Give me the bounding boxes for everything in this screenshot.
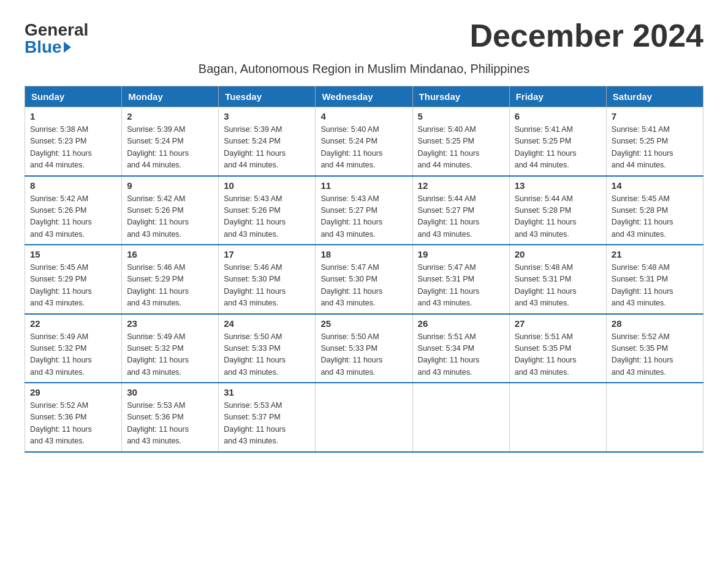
day-info: Sunrise: 5:42 AMSunset: 5:26 PMDaylight:… [127, 194, 189, 239]
calendar-header-thursday: Thursday [412, 86, 509, 107]
day-number: 25 [320, 318, 407, 329]
day-info: Sunrise: 5:42 AMSunset: 5:26 PMDaylight:… [30, 194, 92, 239]
logo: General Blue [25, 18, 88, 56]
day-info: Sunrise: 5:43 AMSunset: 5:27 PMDaylight:… [320, 194, 382, 239]
day-number: 26 [418, 318, 504, 329]
calendar-header-sunday: Sunday [25, 86, 122, 107]
page-subtitle: Bagan, Autonomous Region in Muslim Minda… [25, 62, 703, 76]
day-info: Sunrise: 5:47 AMSunset: 5:30 PMDaylight:… [320, 263, 382, 307]
day-info: Sunrise: 5:41 AMSunset: 5:25 PMDaylight:… [515, 125, 577, 169]
day-info: Sunrise: 5:51 AMSunset: 5:35 PMDaylight:… [515, 332, 577, 377]
calendar-cell: 24 Sunrise: 5:50 AMSunset: 5:33 PMDaylig… [219, 314, 316, 383]
day-info: Sunrise: 5:53 AMSunset: 5:36 PMDaylight:… [127, 401, 189, 445]
day-info: Sunrise: 5:40 AMSunset: 5:24 PMDaylight:… [320, 125, 382, 169]
day-info: Sunrise: 5:41 AMSunset: 5:25 PMDaylight:… [612, 125, 673, 169]
day-info: Sunrise: 5:50 AMSunset: 5:33 PMDaylight:… [224, 332, 286, 377]
calendar-header-row: SundayMondayTuesdayWednesdayThursdayFrid… [25, 86, 703, 107]
day-number: 18 [320, 249, 407, 259]
day-number: 8 [30, 180, 116, 191]
calendar-cell: 4 Sunrise: 5:40 AMSunset: 5:24 PMDayligh… [316, 107, 412, 176]
calendar-week-2: 8 Sunrise: 5:42 AMSunset: 5:26 PMDayligh… [25, 176, 703, 245]
calendar-cell: 22 Sunrise: 5:49 AMSunset: 5:32 PMDaylig… [25, 314, 122, 383]
calendar-cell [316, 383, 412, 452]
calendar-cell: 9 Sunrise: 5:42 AMSunset: 5:26 PMDayligh… [122, 176, 219, 245]
day-number: 10 [224, 180, 310, 191]
day-info: Sunrise: 5:48 AMSunset: 5:31 PMDaylight:… [612, 263, 673, 307]
day-number: 23 [127, 318, 213, 329]
day-info: Sunrise: 5:51 AMSunset: 5:34 PMDaylight:… [418, 332, 480, 377]
calendar-cell: 13 Sunrise: 5:44 AMSunset: 5:28 PMDaylig… [509, 176, 606, 245]
calendar-cell: 12 Sunrise: 5:44 AMSunset: 5:27 PMDaylig… [412, 176, 509, 245]
day-number: 11 [320, 180, 407, 191]
logo-arrow-icon [64, 42, 71, 53]
calendar-cell: 14 Sunrise: 5:45 AMSunset: 5:28 PMDaylig… [606, 176, 703, 245]
page-title: December 2024 [469, 18, 703, 53]
day-info: Sunrise: 5:38 AMSunset: 5:23 PMDaylight:… [30, 125, 92, 169]
calendar-cell: 30 Sunrise: 5:53 AMSunset: 5:36 PMDaylig… [122, 383, 219, 452]
day-number: 30 [127, 387, 213, 397]
day-info: Sunrise: 5:43 AMSunset: 5:26 PMDaylight:… [224, 194, 286, 239]
day-number: 14 [612, 180, 698, 191]
calendar-cell: 11 Sunrise: 5:43 AMSunset: 5:27 PMDaylig… [316, 176, 412, 245]
day-info: Sunrise: 5:46 AMSunset: 5:30 PMDaylight:… [224, 263, 286, 307]
calendar-cell: 15 Sunrise: 5:45 AMSunset: 5:29 PMDaylig… [25, 245, 122, 314]
day-number: 15 [30, 249, 116, 259]
day-info: Sunrise: 5:52 AMSunset: 5:35 PMDaylight:… [612, 332, 673, 377]
day-info: Sunrise: 5:39 AMSunset: 5:24 PMDaylight:… [224, 125, 286, 169]
calendar-cell: 27 Sunrise: 5:51 AMSunset: 5:35 PMDaylig… [509, 314, 606, 383]
day-number: 27 [515, 318, 601, 329]
calendar-cell: 19 Sunrise: 5:47 AMSunset: 5:31 PMDaylig… [412, 245, 509, 314]
calendar-header-monday: Monday [122, 86, 219, 107]
calendar-cell: 6 Sunrise: 5:41 AMSunset: 5:25 PMDayligh… [509, 107, 606, 176]
day-number: 22 [30, 318, 116, 329]
day-info: Sunrise: 5:49 AMSunset: 5:32 PMDaylight:… [30, 332, 92, 377]
day-info: Sunrise: 5:45 AMSunset: 5:29 PMDaylight:… [30, 263, 92, 307]
day-info: Sunrise: 5:49 AMSunset: 5:32 PMDaylight:… [127, 332, 189, 377]
calendar-cell: 18 Sunrise: 5:47 AMSunset: 5:30 PMDaylig… [316, 245, 412, 314]
calendar-cell: 2 Sunrise: 5:39 AMSunset: 5:24 PMDayligh… [122, 107, 219, 176]
calendar-header-wednesday: Wednesday [316, 86, 412, 107]
calendar-cell [606, 383, 703, 452]
day-number: 4 [320, 111, 407, 121]
calendar-cell: 26 Sunrise: 5:51 AMSunset: 5:34 PMDaylig… [412, 314, 509, 383]
day-number: 13 [515, 180, 601, 191]
day-number: 9 [127, 180, 213, 191]
calendar-header-friday: Friday [509, 86, 606, 107]
calendar-cell [412, 383, 509, 452]
day-info: Sunrise: 5:45 AMSunset: 5:28 PMDaylight:… [612, 194, 673, 239]
day-number: 20 [515, 249, 601, 259]
calendar-cell: 1 Sunrise: 5:38 AMSunset: 5:23 PMDayligh… [25, 107, 122, 176]
day-info: Sunrise: 5:53 AMSunset: 5:37 PMDaylight:… [224, 401, 286, 445]
calendar-cell: 5 Sunrise: 5:40 AMSunset: 5:25 PMDayligh… [412, 107, 509, 176]
calendar-cell: 21 Sunrise: 5:48 AMSunset: 5:31 PMDaylig… [606, 245, 703, 314]
calendar-cell: 29 Sunrise: 5:52 AMSunset: 5:36 PMDaylig… [25, 383, 122, 452]
day-number: 21 [612, 249, 698, 259]
day-info: Sunrise: 5:50 AMSunset: 5:33 PMDaylight:… [320, 332, 382, 377]
day-number: 24 [224, 318, 310, 329]
calendar-header-tuesday: Tuesday [219, 86, 316, 107]
day-info: Sunrise: 5:40 AMSunset: 5:25 PMDaylight:… [418, 125, 480, 169]
day-number: 6 [515, 111, 601, 121]
calendar-cell: 25 Sunrise: 5:50 AMSunset: 5:33 PMDaylig… [316, 314, 412, 383]
day-number: 29 [30, 387, 116, 397]
day-number: 19 [418, 249, 504, 259]
calendar-cell [509, 383, 606, 452]
logo-general-text: General [25, 21, 88, 39]
calendar-cell: 3 Sunrise: 5:39 AMSunset: 5:24 PMDayligh… [219, 107, 316, 176]
calendar-week-1: 1 Sunrise: 5:38 AMSunset: 5:23 PMDayligh… [25, 107, 703, 176]
calendar-cell: 23 Sunrise: 5:49 AMSunset: 5:32 PMDaylig… [122, 314, 219, 383]
calendar-cell: 8 Sunrise: 5:42 AMSunset: 5:26 PMDayligh… [25, 176, 122, 245]
calendar-cell: 20 Sunrise: 5:48 AMSunset: 5:31 PMDaylig… [509, 245, 606, 314]
calendar-week-3: 15 Sunrise: 5:45 AMSunset: 5:29 PMDaylig… [25, 245, 703, 314]
day-number: 17 [224, 249, 310, 259]
logo-blue-text: Blue [25, 39, 71, 56]
calendar-cell: 28 Sunrise: 5:52 AMSunset: 5:35 PMDaylig… [606, 314, 703, 383]
calendar-table: SundayMondayTuesdayWednesdayThursdayFrid… [25, 86, 703, 453]
calendar-week-5: 29 Sunrise: 5:52 AMSunset: 5:36 PMDaylig… [25, 383, 703, 452]
day-number: 7 [612, 111, 698, 121]
day-info: Sunrise: 5:44 AMSunset: 5:28 PMDaylight:… [515, 194, 577, 239]
day-number: 5 [418, 111, 504, 121]
day-info: Sunrise: 5:52 AMSunset: 5:36 PMDaylight:… [30, 401, 92, 445]
day-info: Sunrise: 5:39 AMSunset: 5:24 PMDaylight:… [127, 125, 189, 169]
day-number: 3 [224, 111, 310, 121]
